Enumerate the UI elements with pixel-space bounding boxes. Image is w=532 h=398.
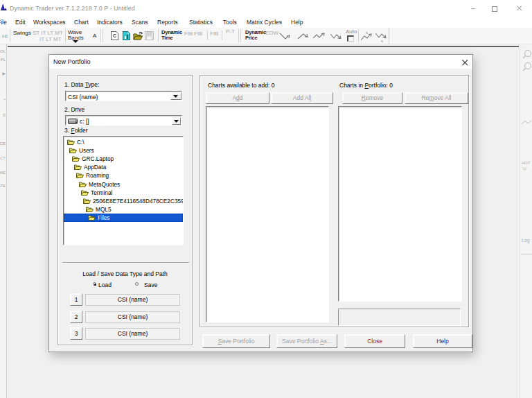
svg-text:s: s xyxy=(366,31,368,35)
svg-text:s: s xyxy=(381,39,383,43)
